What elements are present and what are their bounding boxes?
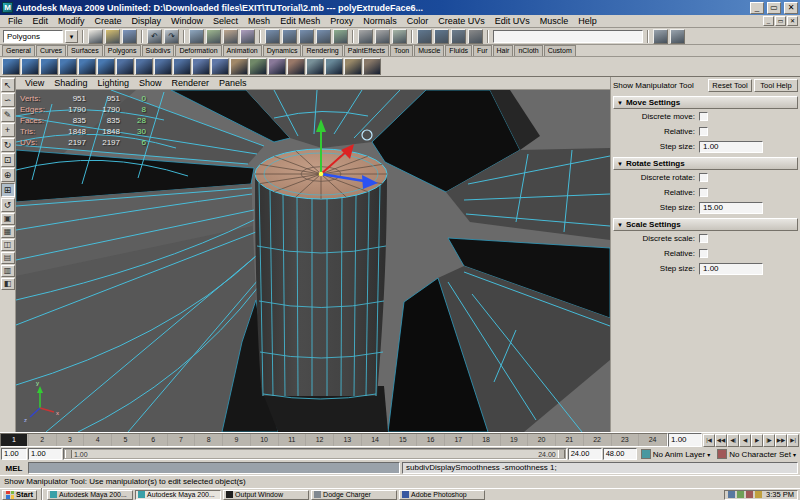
time-slider-frame[interactable]: 7 xyxy=(168,434,196,446)
shelf-tab[interactable]: Polygons xyxy=(104,45,141,56)
taskbar-item[interactable]: Autodesk Maya 200... xyxy=(47,490,133,500)
shelf-tab[interactable]: Fur xyxy=(473,45,492,56)
output-of-selected-icon[interactable] xyxy=(375,29,390,44)
select-component-icon[interactable] xyxy=(223,29,238,44)
time-slider-frame[interactable]: 10 xyxy=(251,434,279,446)
child-restore-button[interactable]: ▭ xyxy=(775,16,786,26)
child-close-button[interactable]: ✕ xyxy=(787,16,798,26)
input-to-selected-icon[interactable] xyxy=(358,29,373,44)
time-slider-frame[interactable]: 9 xyxy=(223,434,251,446)
time-slider-frame[interactable]: 12 xyxy=(306,434,334,446)
move-settings-header[interactable]: ▼ Move Settings xyxy=(613,96,798,109)
ipr-render-icon[interactable] xyxy=(451,29,466,44)
extrude-icon[interactable] xyxy=(287,58,305,75)
poly-sphere-icon[interactable] xyxy=(2,58,20,75)
construction-history-icon[interactable] xyxy=(392,29,407,44)
menu-item[interactable]: Help xyxy=(573,16,602,26)
poly-cylinder-icon[interactable] xyxy=(40,58,58,75)
viewport-menu-item[interactable]: Show xyxy=(134,78,167,88)
rotate-tool-icon[interactable]: ↻ xyxy=(1,138,15,152)
single-pane-layout-button[interactable]: ▣ xyxy=(1,213,15,225)
time-slider-frame[interactable]: 2 xyxy=(29,434,57,446)
chevron-down-icon[interactable]: ▾ xyxy=(65,30,78,43)
step-forward-frame-button[interactable]: |▶ xyxy=(763,434,775,447)
rotate-step-size-field[interactable]: 15.00 xyxy=(699,202,763,214)
menu-item[interactable]: Window xyxy=(166,16,208,26)
snap-to-point-icon[interactable] xyxy=(299,29,314,44)
shelf-tab[interactable]: Dynamics xyxy=(263,45,302,56)
time-slider-frame[interactable]: 18 xyxy=(473,434,501,446)
mel-toggle-button[interactable]: MEL xyxy=(2,464,26,473)
menu-item[interactable]: Edit Mesh xyxy=(275,16,325,26)
child-minimize-button[interactable]: _ xyxy=(763,16,774,26)
time-slider-frame[interactable]: 13 xyxy=(334,434,362,446)
time-slider-frame[interactable]: 14 xyxy=(362,434,390,446)
animation-start-field[interactable]: 1.00 xyxy=(1,448,27,460)
tray-icon-4[interactable] xyxy=(755,491,762,498)
discrete-move-checkbox[interactable] xyxy=(699,112,708,121)
go-to-start-button[interactable]: |◀ xyxy=(703,434,715,447)
menu-item[interactable]: Create UVs xyxy=(433,16,490,26)
poly-cube-icon[interactable] xyxy=(21,58,39,75)
tray-icon-3[interactable] xyxy=(746,491,753,498)
select-tool-icon[interactable]: ↖ xyxy=(1,78,15,92)
lasso-select-tool-icon[interactable]: ∽ xyxy=(1,93,15,107)
time-slider-frame[interactable]: 4 xyxy=(84,434,112,446)
bevel-icon[interactable] xyxy=(306,58,324,75)
persp-outliner-layout-button[interactable]: ◫ xyxy=(1,239,15,251)
step-back-key-button[interactable]: ◀◀ xyxy=(715,434,727,447)
time-slider-frame[interactable]: 24 xyxy=(639,434,667,446)
time-slider-frame[interactable]: 20 xyxy=(528,434,556,446)
taskbar-item[interactable]: Output Window xyxy=(223,490,309,500)
play-forwards-button[interactable]: ▶ xyxy=(751,434,763,447)
step-forward-key-button[interactable]: ▶▶ xyxy=(775,434,787,447)
undo-icon[interactable]: ↶ xyxy=(147,29,162,44)
time-slider-track[interactable]: 123456789101112131415161718192021222324 … xyxy=(0,433,668,447)
quick-layout-icon[interactable] xyxy=(670,29,685,44)
paint-select-tool-icon[interactable]: ✎ xyxy=(1,108,15,122)
tray-icon-1[interactable] xyxy=(728,491,735,498)
menu-item[interactable]: Create xyxy=(90,16,127,26)
viewport-menu-item[interactable]: Shading xyxy=(49,78,92,88)
manip-center-handle[interactable] xyxy=(319,172,324,177)
shelf-tab[interactable]: Surfaces xyxy=(67,45,103,56)
animation-end-field[interactable]: 48.00 xyxy=(603,448,637,460)
range-start-handle[interactable] xyxy=(65,450,72,458)
time-slider-frame[interactable]: 6 xyxy=(140,434,168,446)
rotate-settings-header[interactable]: ▼ Rotate Settings xyxy=(613,157,798,170)
time-slider-frame[interactable]: 3 xyxy=(57,434,85,446)
open-scene-icon[interactable] xyxy=(105,29,120,44)
playback-start-field[interactable]: 1.00 xyxy=(28,448,62,460)
taskbar-item[interactable]: Adobe Photoshop xyxy=(399,490,485,500)
selection-input[interactable] xyxy=(493,30,643,43)
start-button[interactable]: Start xyxy=(2,490,37,500)
menu-item[interactable]: Edit UVs xyxy=(490,16,535,26)
time-slider-frame[interactable]: 5 xyxy=(112,434,140,446)
snap-to-plane-icon[interactable] xyxy=(316,29,331,44)
poly-prism-icon[interactable] xyxy=(116,58,134,75)
time-slider-frame[interactable]: 21 xyxy=(556,434,584,446)
playback-end-field[interactable]: 24.00 xyxy=(568,448,602,460)
select-object-icon[interactable] xyxy=(206,29,221,44)
tool-help-button[interactable]: Tool Help xyxy=(754,79,798,92)
render-settings-icon[interactable] xyxy=(468,29,483,44)
range-end-handle[interactable] xyxy=(558,450,565,458)
current-frame-marker[interactable]: 1 xyxy=(1,434,27,446)
current-time-field[interactable]: 1.00 xyxy=(668,433,702,447)
shelf-tab[interactable]: Animation xyxy=(223,45,262,56)
shelf-tab[interactable]: Curves xyxy=(36,45,66,56)
poly-helix-icon[interactable] xyxy=(173,58,191,75)
show-manipulator-tool-icon[interactable]: ⊞ xyxy=(1,183,15,197)
render-view-icon[interactable] xyxy=(417,29,432,44)
persp-uv-layout-button[interactable]: ◧ xyxy=(1,278,15,290)
viewport-menu-item[interactable]: Renderer xyxy=(166,78,214,88)
time-slider-frame[interactable]: 22 xyxy=(584,434,612,446)
redo-icon[interactable]: ↷ xyxy=(164,29,179,44)
move-relative-checkbox[interactable] xyxy=(699,127,708,136)
merge-vertex-icon[interactable] xyxy=(344,58,362,75)
viewport-menu-item[interactable]: Panels xyxy=(214,78,252,88)
sculpt-geometry-icon[interactable] xyxy=(230,58,248,75)
scale-relative-checkbox[interactable] xyxy=(699,249,708,258)
persp-graph-layout-button[interactable]: ▤ xyxy=(1,252,15,264)
last-tool-icon[interactable]: ↺ xyxy=(1,198,15,212)
